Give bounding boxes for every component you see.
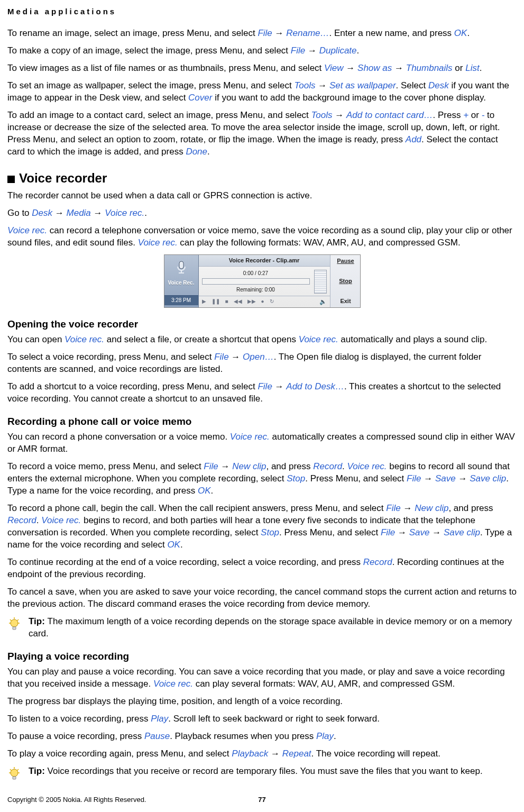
para-cancel-save: To cancel a save, when you are asked to … bbox=[7, 586, 517, 610]
speaker-icon: 🔈 bbox=[319, 298, 327, 306]
tip-body: Tip: The maximum length of a voice recor… bbox=[29, 616, 517, 640]
cmd-add: Add bbox=[406, 134, 421, 144]
arrow-icon: → bbox=[231, 352, 240, 362]
cmd-file: File bbox=[381, 527, 395, 537]
cmd-voice-rec: Voice rec. bbox=[65, 334, 104, 344]
text: . bbox=[144, 208, 147, 218]
lightbulb-icon bbox=[7, 617, 21, 633]
cmd-record: Record bbox=[363, 557, 392, 567]
tip-temp-files: Tip: Voice recordings that you receive o… bbox=[7, 765, 517, 782]
text: . Press Menu, and select bbox=[305, 473, 407, 483]
text: To add a shortcut to a voice recording, … bbox=[7, 381, 258, 391]
cmd-rename: Rename… bbox=[286, 28, 329, 38]
record-icon: ● bbox=[261, 298, 264, 305]
cmd-voice-rec: Voice rec. bbox=[138, 238, 178, 248]
page: Media applications To rename an image, s… bbox=[0, 0, 524, 812]
arrow-icon: → bbox=[271, 749, 280, 759]
level-meter bbox=[314, 270, 327, 294]
section-title: Voice recorder bbox=[19, 171, 107, 185]
cmd-ok: OK bbox=[454, 28, 467, 38]
svg-rect-0 bbox=[179, 261, 183, 269]
para-duplicate-image: To make a copy of an image, select the i… bbox=[7, 45, 517, 57]
cmd-ok: OK bbox=[167, 540, 180, 550]
arrow-icon: → bbox=[220, 461, 229, 471]
playback-time: 0:00 / 0:27 bbox=[202, 270, 310, 277]
text: . bbox=[467, 28, 470, 38]
para-progress-bar: The progress bar displays the playing ti… bbox=[7, 696, 517, 708]
running-header: Media applications bbox=[7, 6, 517, 17]
text: or bbox=[468, 110, 482, 120]
svg-line-16 bbox=[17, 769, 19, 771]
cmd-duplicate: Duplicate bbox=[319, 45, 357, 56]
text: and select a file, or create a shortcut … bbox=[104, 334, 299, 344]
para-play-intro: You can play and pause a voice recording… bbox=[7, 666, 517, 690]
cmd-repeat: Repeat bbox=[282, 749, 311, 759]
cmd-voice-rec: Voice rec. bbox=[153, 679, 193, 689]
tip-label: Tip: bbox=[29, 616, 48, 626]
para-select-recording: To select a voice recording, press Menu,… bbox=[7, 351, 517, 376]
svg-point-3 bbox=[11, 619, 18, 627]
cmd-media: Media bbox=[67, 208, 91, 218]
tip-label: Tip: bbox=[29, 766, 48, 776]
cmd-plus: + bbox=[463, 110, 468, 120]
text: To rename an image, select an image, pre… bbox=[7, 28, 258, 38]
text: . bbox=[211, 486, 214, 496]
window-title: Voice Recorder - Clip.amr bbox=[199, 255, 330, 267]
svg-line-15 bbox=[10, 769, 12, 771]
text: . The voice recording will repeat. bbox=[311, 749, 440, 759]
text: , and press bbox=[266, 461, 313, 471]
figure-voice-recorder: Voice Rec. 3:28 PM Voice Recorder - Clip… bbox=[7, 254, 517, 308]
text: . Enter a new name, and press bbox=[329, 28, 454, 38]
text: To make a copy of an image, select the i… bbox=[7, 45, 291, 56]
cmd-done: Done bbox=[186, 147, 207, 157]
text: . bbox=[342, 461, 347, 471]
text: To listen to a voice recording, press bbox=[7, 714, 151, 724]
arrow-icon: → bbox=[398, 527, 407, 537]
cmd-cover: Cover bbox=[188, 93, 212, 103]
cmd-voice-rec: Voice rec. bbox=[347, 461, 387, 471]
text: To set an image as wallpaper, select the… bbox=[7, 80, 294, 90]
arrow-icon: → bbox=[346, 63, 355, 73]
text: . bbox=[36, 515, 41, 525]
cmd-playback: Playback bbox=[232, 749, 268, 759]
text: . bbox=[480, 63, 482, 73]
pause-icon: ❚❚ bbox=[212, 298, 220, 305]
text: can play the following formats: WAV, AMR… bbox=[178, 238, 461, 248]
cmd-voice-rec: Voice rec. bbox=[230, 432, 270, 442]
text: To continue recording at the end of a vo… bbox=[7, 557, 363, 567]
para-open-voice-rec: You can open Voice rec. and select a fil… bbox=[7, 334, 517, 346]
softkey-pause: Pause bbox=[334, 257, 358, 265]
progress-bar bbox=[202, 278, 310, 285]
arrow-icon: → bbox=[318, 80, 327, 90]
cmd-voice-rec: Voice rec. bbox=[299, 334, 338, 344]
cmd-pause: Pause bbox=[144, 731, 170, 741]
voice-recorder-window: Voice Rec. 3:28 PM Voice Recorder - Clip… bbox=[164, 254, 361, 308]
cmd-save: Save bbox=[409, 527, 430, 537]
cmd-stop: Stop bbox=[261, 527, 279, 537]
text: . Press Menu, and select bbox=[279, 527, 381, 537]
cmd-new-clip: New clip bbox=[415, 503, 448, 513]
text: To record a phone call, begin the call. … bbox=[7, 503, 386, 513]
cmd-record: Record bbox=[313, 461, 342, 471]
cmd-show-as: Show as bbox=[357, 63, 392, 73]
cmd-stop: Stop bbox=[287, 473, 305, 483]
text: . bbox=[357, 45, 360, 56]
repeat-icon: ↻ bbox=[270, 298, 274, 305]
para-pause: To pause a voice recording, press Pause.… bbox=[7, 731, 517, 743]
status-clock: 3:28 PM bbox=[164, 295, 198, 305]
text: . bbox=[180, 540, 183, 550]
remaining-time: Remaining: 0:00 bbox=[202, 286, 310, 294]
cmd-voice-rec: Voice rec. bbox=[41, 515, 81, 525]
cmd-file: File bbox=[214, 352, 228, 362]
svg-line-8 bbox=[10, 619, 12, 621]
arrow-icon: → bbox=[308, 45, 317, 56]
cmd-file: File bbox=[407, 473, 421, 483]
text: To record a voice memo, press Menu, and … bbox=[7, 461, 204, 471]
text: , and press bbox=[448, 503, 493, 513]
cmd-desk: Desk bbox=[32, 208, 52, 218]
cmd-file: File bbox=[258, 381, 272, 391]
cmd-file: File bbox=[258, 28, 272, 38]
para-recorder-limit: The recorder cannot be used when a data … bbox=[7, 190, 517, 202]
cmd-thumbnails: Thumbnails bbox=[406, 63, 453, 73]
para-record-call: To record a phone call, begin the call. … bbox=[7, 503, 517, 551]
